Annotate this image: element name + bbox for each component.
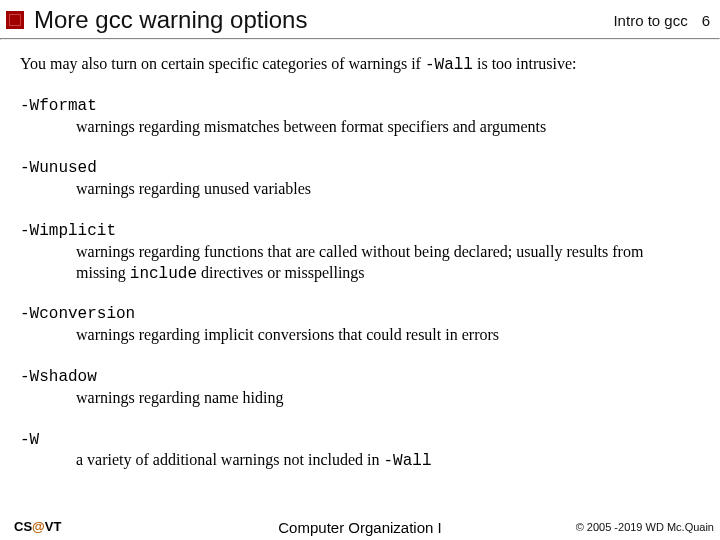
option-item: -Wshadow warnings regarding name hiding bbox=[20, 367, 702, 410]
slide-body: You may also turn on certain specific ca… bbox=[0, 40, 720, 472]
option-desc: warnings regarding mismatches between fo… bbox=[20, 117, 680, 139]
footer-right: © 2005 -2019 WD Mc.Quain bbox=[576, 521, 714, 533]
intro-text: You may also turn on certain specific ca… bbox=[20, 54, 702, 76]
intro-pre: You may also turn on certain specific ca… bbox=[20, 55, 425, 72]
intro-code: -Wall bbox=[425, 56, 473, 74]
option-desc: warnings regarding name hiding bbox=[20, 388, 680, 410]
slide-title: More gcc warning options bbox=[34, 6, 613, 34]
option-flag: -Wshadow bbox=[20, 367, 702, 388]
header-right: Intro to gcc 6 bbox=[613, 12, 710, 29]
intro-post: is too intrusive: bbox=[473, 55, 577, 72]
option-flag: -Wunused bbox=[20, 158, 702, 179]
slide-footer: CS@VT Computer Organization I © 2005 -20… bbox=[0, 519, 720, 534]
option-item: -Wunused warnings regarding unused varia… bbox=[20, 158, 702, 201]
option-flag: -Wformat bbox=[20, 96, 702, 117]
desc-pre: warnings regarding unused variables bbox=[76, 180, 311, 197]
option-desc: warnings regarding functions that are ca… bbox=[20, 242, 680, 285]
option-item: -W a variety of additional warnings not … bbox=[20, 430, 702, 473]
option-flag: -Wconversion bbox=[20, 304, 702, 325]
option-item: -Wconversion warnings regarding implicit… bbox=[20, 304, 702, 347]
option-item: -Wformat warnings regarding mismatches b… bbox=[20, 96, 702, 139]
desc-pre: warnings regarding mismatches between fo… bbox=[76, 118, 546, 135]
desc-pre: a variety of additional warnings not inc… bbox=[76, 451, 383, 468]
course-label: Intro to gcc bbox=[613, 12, 687, 29]
title-bullet-icon bbox=[6, 11, 24, 29]
page-number: 6 bbox=[702, 12, 710, 29]
option-item: -Wimplicit warnings regarding functions … bbox=[20, 221, 702, 284]
desc-pre: warnings regarding implicit conversions … bbox=[76, 326, 499, 343]
desc-post: directives or misspellings bbox=[197, 264, 365, 281]
slide-header: More gcc warning options Intro to gcc 6 bbox=[0, 0, 720, 38]
desc-code: -Wall bbox=[383, 452, 431, 470]
option-flag: -Wimplicit bbox=[20, 221, 702, 242]
option-desc: warnings regarding implicit conversions … bbox=[20, 325, 680, 347]
option-flag: -W bbox=[20, 430, 702, 451]
desc-code: include bbox=[130, 265, 197, 283]
option-desc: a variety of additional warnings not inc… bbox=[20, 450, 680, 472]
desc-pre: warnings regarding name hiding bbox=[76, 389, 284, 406]
option-desc: warnings regarding unused variables bbox=[20, 179, 680, 201]
